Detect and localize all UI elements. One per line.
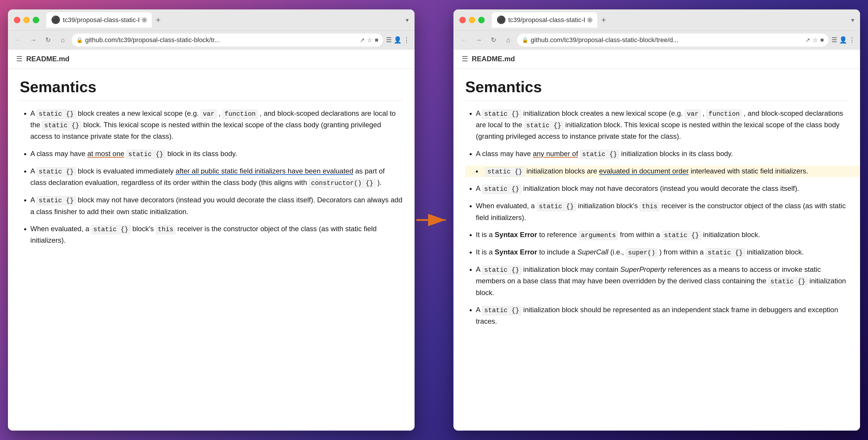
code-static-3: static {} xyxy=(126,150,165,159)
maximize-button-1[interactable] xyxy=(33,17,39,23)
list-item: A static {} block may not have decorator… xyxy=(30,194,403,217)
github-icon-tab1: ⚫ xyxy=(51,15,60,25)
extension-icon-2[interactable]: ■ xyxy=(820,36,824,43)
code-static-1: static {} xyxy=(36,109,76,119)
sidebar-toggle-1[interactable]: ☰ xyxy=(386,36,392,44)
traffic-lights-1 xyxy=(14,17,39,23)
code-static2-2: static {} xyxy=(524,121,563,130)
code-static2-1: static {} xyxy=(482,109,521,119)
list-item: A static {} block is evaluated immediate… xyxy=(30,165,403,188)
italic-supercall-1: SuperCall xyxy=(577,248,608,256)
bookmark-icon-1[interactable]: ☆ xyxy=(367,36,372,43)
profile-icon-2[interactable]: 👤 xyxy=(839,36,847,44)
active-tab-2[interactable]: ⚫ tc39/proposal-class-static-blo × xyxy=(492,12,597,28)
forward-button-1[interactable]: → xyxy=(27,34,39,46)
list-item: A static {} initialization block should … xyxy=(476,304,848,327)
list-item: When evaluated, a static {} block's this… xyxy=(30,223,403,246)
doc-content-1[interactable]: Semantics A static {} block creates a ne… xyxy=(8,69,414,431)
underlined-text2-2: evaluated in document order xyxy=(599,167,688,175)
comparison-arrow xyxy=(416,213,452,227)
extension-icon-1[interactable]: ■ xyxy=(375,36,378,43)
list-item: A static {} block creates a new lexical … xyxy=(30,108,403,142)
tab-bar-2: ⚫ tc39/proposal-class-static-blo × + ▾ xyxy=(492,12,854,28)
tab-dropdown-1[interactable]: ▾ xyxy=(406,17,409,24)
code-static-2: static {} xyxy=(42,121,81,130)
tab-close-1[interactable]: × xyxy=(142,18,147,23)
tab-dropdown-2[interactable]: ▾ xyxy=(851,17,854,24)
home-button-2[interactable]: ⌂ xyxy=(502,34,514,46)
bullet-list-1: A static {} block creates a new lexical … xyxy=(20,108,403,246)
browser-window-1: ⚫ tc39/proposal-class-static-blo × + ▾ ←… xyxy=(8,9,414,431)
bookmark-icon-2[interactable]: ☆ xyxy=(813,36,818,43)
file-name-1: README.md xyxy=(26,55,69,63)
forward-button-2[interactable]: → xyxy=(473,34,485,46)
file-header-2: ☰ README.md xyxy=(454,50,860,69)
url-bar-1[interactable]: 🔒 github.com/tc39/proposal-class-static-… xyxy=(71,34,383,46)
home-button-1[interactable]: ⌂ xyxy=(57,34,69,46)
file-header-1: ☰ README.md xyxy=(8,50,414,69)
underlined-text-2: after all public static field initialize… xyxy=(176,167,353,175)
sidebar-toggle-2[interactable]: ☰ xyxy=(832,36,837,44)
list-item: It is a Syntax Error to include a SuperC… xyxy=(476,247,848,258)
back-button-2[interactable]: ← xyxy=(458,34,470,46)
new-tab-button-1[interactable]: + xyxy=(153,15,163,25)
menu-icon-2[interactable]: ⋮ xyxy=(849,36,855,44)
list-item: A static {} initialization block may not… xyxy=(476,183,848,194)
code-this2-1: this xyxy=(640,202,659,211)
code-static-6: static {} xyxy=(91,225,130,234)
arrow-svg xyxy=(416,213,452,227)
url-bar-2[interactable]: 🔒 github.com/tc39/proposal-class-static-… xyxy=(517,34,829,46)
code-static2-8: static {} xyxy=(706,248,745,257)
menu-icon-1[interactable]: ⋮ xyxy=(403,36,410,44)
underlined-text-1: at most one xyxy=(87,150,124,158)
reload-button-1[interactable]: ↻ xyxy=(42,34,54,46)
new-tab-button-2[interactable]: + xyxy=(598,15,609,25)
lock-icon-2: 🔒 xyxy=(522,37,528,43)
maximize-button-2[interactable] xyxy=(478,17,485,23)
list-item: A static {} initialization block may con… xyxy=(476,264,848,298)
url-icons-1: ↗ ☆ ■ xyxy=(360,36,378,43)
list-item: It is a Syntax Error to reference argume… xyxy=(476,229,848,241)
github-icon-tab2: ⚫ xyxy=(496,15,506,25)
address-bar-2: ← → ↻ ⌂ 🔒 github.com/tc39/proposal-class… xyxy=(454,31,860,50)
profile-icon-1[interactable]: 👤 xyxy=(394,36,402,44)
code-arguments-1: arguments xyxy=(579,231,618,240)
list-item-highlighted: static {} initialization blocks are eval… xyxy=(465,165,860,177)
tab-close-2[interactable]: × xyxy=(587,18,592,23)
close-button-1[interactable] xyxy=(14,17,20,23)
code-static2-10: static {} xyxy=(768,277,808,286)
minimize-button-2[interactable] xyxy=(469,17,475,23)
active-tab-1[interactable]: ⚫ tc39/proposal-class-static-blo × xyxy=(46,12,152,28)
code-var-1: var xyxy=(200,109,217,119)
code-function-1: function xyxy=(222,109,258,119)
reload-button-2[interactable]: ↻ xyxy=(488,34,499,46)
traffic-lights-2 xyxy=(459,17,485,23)
lock-icon-1: 🔒 xyxy=(76,37,83,43)
bullet-list-2: A static {} initialization block creates… xyxy=(465,108,848,327)
share-icon-2[interactable]: ↗ xyxy=(805,36,810,43)
toolbar-icons-1: ☰ 👤 ⋮ xyxy=(386,36,410,44)
title-bar-2: ⚫ tc39/proposal-class-static-blo × + ▾ xyxy=(454,9,860,31)
italic-superprop-1: SuperProperty xyxy=(620,265,666,273)
list-item: A class may have at most one static {} b… xyxy=(30,148,403,160)
file-name-2: README.md xyxy=(472,55,515,63)
browser-window-2: ⚫ tc39/proposal-class-static-blo × + ▾ ←… xyxy=(454,9,860,431)
list-item: When evaluated, a static {} initializati… xyxy=(476,200,848,223)
doc-content-2[interactable]: Semantics A static {} initialization blo… xyxy=(454,69,860,431)
minimize-button-1[interactable] xyxy=(23,17,30,23)
bold-syntax-error-2: Syntax Error xyxy=(495,248,537,256)
doc-title-2: Semantics xyxy=(465,78,848,101)
url-icons-2: ↗ ☆ ■ xyxy=(805,36,824,43)
page-content-1: ☰ README.md Semantics A static {} block … xyxy=(8,50,414,431)
code-static2-11: static {} xyxy=(482,306,521,315)
code-static2-9: static {} xyxy=(482,265,521,275)
list-item: A static {} initialization block creates… xyxy=(476,108,848,142)
page-content-2: ☰ README.md Semantics A static {} initia… xyxy=(454,50,860,431)
close-button-2[interactable] xyxy=(459,17,466,23)
title-bar-1: ⚫ tc39/proposal-class-static-blo × + ▾ xyxy=(8,9,414,31)
code-constructor-1: constructor() {} xyxy=(309,179,375,188)
share-icon-1[interactable]: ↗ xyxy=(360,36,365,43)
code-function2-1: function xyxy=(707,109,742,119)
code-static-5: static {} xyxy=(36,196,76,205)
back-button-1[interactable]: ← xyxy=(13,34,25,46)
